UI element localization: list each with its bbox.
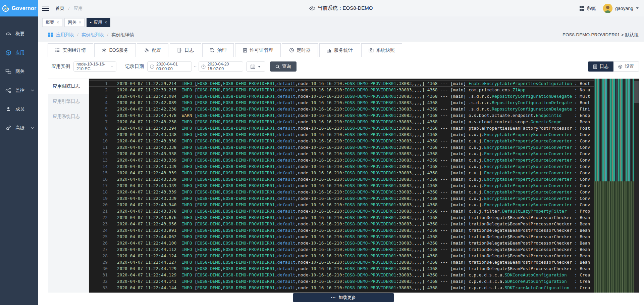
sidebar-item-label: 应用	[15, 50, 24, 56]
minimap[interactable]	[594, 79, 634, 293]
section-tab-label: 系统快照	[376, 47, 395, 53]
log-type-item[interactable]: 应用系统日志	[48, 109, 89, 124]
log-line[interactable]: 222020-04-07 11:22:43.876 INFO [EOS8-DEM…	[89, 214, 639, 221]
sidebar-menu: 概要 应用 网关 监控 成员	[0, 16, 38, 137]
log-line[interactable]: 132020-04-07 11:22:43.339 INFO [EOS8-DEM…	[89, 157, 639, 163]
scrollbar-thumb[interactable]	[634, 81, 639, 103]
eye-icon	[309, 6, 315, 11]
breadcrumb-current: 应用	[73, 6, 83, 11]
log-type-label: 应用系统日志	[53, 114, 80, 120]
sidebar: Governor 概要 应用 网关 监控	[0, 0, 38, 305]
log-line[interactable]: 142020-04-07 11:22:43.339 INFO [EOS8-DEM…	[89, 163, 639, 170]
range-separator: ~	[194, 64, 197, 69]
section-tab[interactable]: 系统快照	[361, 43, 402, 57]
log-line[interactable]: 62020-04-07 11:22:42.478 WARN [EOS8-DEMO…	[89, 112, 639, 119]
calendar-preset-button[interactable]	[246, 61, 265, 72]
log-line[interactable]: 272020-04-07 11:22:44.112 INFO [EOS8-DEM…	[89, 246, 639, 253]
log-line[interactable]: 192020-04-07 11:22:43.339 INFO [EOS8-DEM…	[89, 195, 639, 202]
window-tab[interactable]: ● 网关 ×	[64, 18, 85, 27]
page-breadcrumb-item[interactable]: 实例组详情	[111, 32, 134, 38]
log-line[interactable]: 82020-04-07 11:22:43.294 INFO [EOS8-DEMO…	[89, 125, 639, 131]
window-tab[interactable]: ● 概要 ×	[42, 18, 62, 27]
section-tab[interactable]: EOS服务	[94, 43, 136, 57]
section-tab[interactable]: 日志	[170, 43, 201, 57]
section-tab[interactable]: 定时器	[282, 43, 318, 57]
instance-select[interactable]: node-10-16-16-210:EC	[73, 61, 116, 72]
search-button[interactable]: 查询	[270, 61, 297, 72]
log-line[interactable]: 302020-04-07 11:22:44.129 INFO [EOS8-DEM…	[89, 265, 639, 272]
sidebar-item[interactable]: 成员	[0, 100, 38, 119]
section-tab[interactable]: 许可证管理	[235, 43, 281, 57]
chevron-down-icon	[31, 88, 35, 92]
settings-button[interactable]: 设置	[613, 61, 639, 72]
page-breadcrumb: 应用列表 实例组列表 实例组详情	[56, 32, 134, 38]
section-tab[interactable]: 治理	[202, 43, 234, 57]
log-line[interactable]: 152020-04-07 11:22:43.339 INFO [EOS8-DEM…	[89, 170, 639, 176]
user-menu[interactable]: gaoyang	[603, 4, 639, 13]
load-more-button[interactable]: ••• 加载更多	[293, 293, 394, 302]
section-tab-bar: 实例组详情 EOS服务 配置 日志 治理	[48, 43, 639, 57]
log-view-button[interactable]: 日志	[588, 61, 613, 72]
top-bar: 首页 / 应用 当前系统：EOS8-DEMO 系统 gaoyang	[38, 0, 644, 16]
section-tab[interactable]: 服务统计	[319, 43, 360, 57]
log-line[interactable]: 212020-04-07 11:22:43.378 INFO [EOS8-DEM…	[89, 208, 639, 214]
instance-group-context: EOS8-DEMO-PROVIDER01 > 默认组	[562, 32, 639, 38]
log-line[interactable]: 32020-04-07 11:22:42.084 INFO [EOS8-DEMO…	[89, 93, 639, 99]
section-tab[interactable]: 实例组详情	[48, 43, 93, 57]
date-from-input[interactable]: 2020-04-01 00:00:00	[147, 61, 192, 72]
log-line[interactable]: 12020-04-07 11:22:39.214 INFO [EOS8-DEMO…	[89, 80, 639, 87]
log-line[interactable]: 262020-04-07 11:22:44.100 INFO [EOS8-DEM…	[89, 240, 639, 246]
close-icon[interactable]: ×	[79, 20, 81, 25]
camera-icon	[369, 48, 374, 53]
close-icon[interactable]: ×	[105, 20, 107, 25]
window-tab[interactable]: ● 应用 ×	[87, 18, 110, 27]
date-to-input[interactable]: 2020-04-20 15:07:09	[199, 61, 243, 72]
log-viewer[interactable]: 12020-04-07 11:22:39.214 INFO [EOS8-DEMO…	[89, 79, 639, 293]
log-line[interactable]: 312020-04-07 11:22:44.129 INFO [EOS8-DEM…	[89, 272, 639, 278]
member-icon	[5, 106, 11, 112]
section-tab[interactable]: 配置	[137, 43, 168, 57]
log-line[interactable]: 92020-04-07 11:22:43.338 INFO [EOS8-DEMO…	[89, 131, 639, 138]
log-line[interactable]: 232020-04-07 11:22:43.956 INFO [EOS8-DEM…	[89, 221, 639, 227]
log-line[interactable]: 112020-04-07 11:22:43.338 INFO [EOS8-DEM…	[89, 144, 639, 150]
log-line[interactable]: 322020-04-07 11:22:44.141 INFO [EOS8-DEM…	[89, 278, 639, 285]
log-line[interactable]: 22020-04-07 11:22:39.215 INFO [EOS8-DEMO…	[89, 87, 639, 93]
log-line[interactable]: 52020-04-07 11:22:42.238 INFO [EOS8-DEMO…	[89, 106, 639, 112]
log-line[interactable]: 102020-04-07 11:22:43.338 INFO [EOS8-DEM…	[89, 138, 639, 144]
section-tab-label: EOS服务	[109, 47, 128, 53]
system-menu[interactable]: 系统	[580, 5, 596, 11]
log-line[interactable]: 122020-04-07 11:22:43.338 INFO [EOS8-DEM…	[89, 150, 639, 157]
section-tab-label: 配置	[152, 47, 161, 53]
date-label: 记录日期	[125, 63, 144, 70]
sidebar-item[interactable]: 网关	[0, 62, 38, 81]
sidebar-item[interactable]: 监控	[0, 81, 38, 100]
sidebar-item[interactable]: 概要	[0, 25, 38, 43]
log-line[interactable]: 162020-04-07 11:22:43.339 INFO [EOS8-DEM…	[89, 176, 639, 182]
page-breadcrumb-item[interactable]: 实例组列表	[82, 32, 111, 38]
current-system-value: EOS8-DEMO	[342, 5, 373, 11]
close-icon[interactable]: ×	[57, 20, 59, 25]
vertical-scrollbar[interactable]	[634, 79, 639, 293]
log-line[interactable]: 332020-04-07 11:22:44.144 INFO [EOS8-DEM…	[89, 285, 639, 291]
log-type-item[interactable]: 应用引擎日志	[48, 94, 89, 109]
log-line[interactable]: 42020-04-07 11:22:42.089 INFO [EOS8-DEMO…	[89, 99, 639, 106]
cube-icon	[5, 50, 11, 56]
log-line[interactable]: 202020-04-07 11:22:43.340 INFO [EOS8-DEM…	[89, 202, 639, 208]
app-logo[interactable]: Governor	[0, 0, 38, 16]
log-line[interactable]: 242020-04-07 11:22:43.991 INFO [EOS8-DEM…	[89, 227, 639, 233]
log-line[interactable]: 72020-04-07 11:22:43.238 INFO [EOS8-DEMO…	[89, 119, 639, 125]
page-breadcrumb-item[interactable]: 应用列表	[56, 32, 82, 38]
sidebar-item[interactable]: 高级	[0, 119, 38, 137]
breadcrumb-home[interactable]: 首页	[55, 6, 64, 11]
log-line[interactable]: 252020-04-07 11:22:44.062 INFO [EOS8-DEM…	[89, 233, 639, 240]
log-type-item[interactable]: 应用跟踪日志	[48, 79, 89, 94]
governor-logo-icon	[2, 4, 10, 12]
log-line[interactable]: 292020-04-07 11:22:44.127 INFO [EOS8-DEM…	[89, 259, 639, 265]
log-line[interactable]: 282020-04-07 11:22:44.124 INFO [EOS8-DEM…	[89, 253, 639, 259]
hamburger-menu-icon[interactable]	[42, 6, 49, 11]
log-line[interactable]: 172020-04-07 11:22:43.339 INFO [EOS8-DEM…	[89, 182, 639, 189]
sidebar-item[interactable]: 应用	[0, 43, 38, 62]
window-tab-label: 网关	[68, 19, 76, 26]
section-tab-label: 许可证管理	[250, 47, 273, 53]
log-line[interactable]: 182020-04-07 11:22:43.339 INFO [EOS8-DEM…	[89, 189, 639, 195]
